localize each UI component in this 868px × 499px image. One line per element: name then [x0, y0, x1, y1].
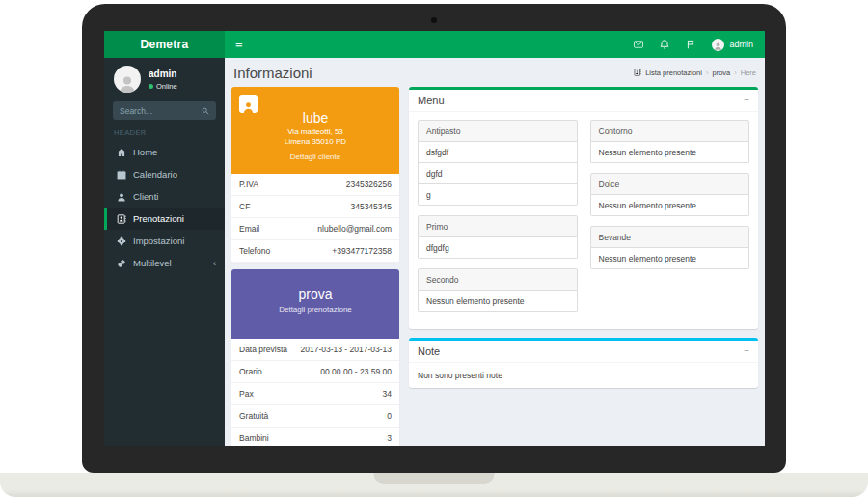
- row-value: 00.00.00 - 23.59.00: [320, 367, 392, 376]
- sidebar-item-impostazioni[interactable]: Impostazioni: [104, 230, 225, 252]
- booking-card-header: prova Dettagli prenotazione: [231, 269, 399, 339]
- row-value: 345345345: [350, 202, 392, 211]
- menu-box-title: Menu: [418, 95, 445, 106]
- menu-empty-text: Nessun elemento presente: [590, 248, 750, 269]
- row-label: P.IVA: [239, 180, 258, 189]
- messages-icon[interactable]: [634, 40, 643, 49]
- menu-group-dolce: DolceNessun elemento presente: [590, 173, 750, 216]
- client-details-link[interactable]: Dettagli cliente: [290, 152, 340, 161]
- sidebar-item-label: Calendario: [133, 169, 177, 180]
- laptop-base-notch: [374, 473, 495, 484]
- table-row: Orario00.00.00 - 23.59.00: [231, 361, 399, 383]
- menu-item[interactable]: dfgdfg: [418, 237, 578, 259]
- calendar-icon: [117, 170, 126, 180]
- menu-group-secondo: SecondoNessun elemento presente: [418, 268, 578, 312]
- webcam-dot: [431, 17, 437, 23]
- row-value: 2017-03-13 - 2017-03-13: [300, 345, 392, 354]
- menu-column-right: ContornoNessun elemento presenteDolceNes…: [590, 120, 750, 321]
- row-label: Pax: [239, 389, 254, 399]
- table-row: Gratuità0: [231, 405, 399, 428]
- table-row: Emailnlubello@gmail.com: [231, 218, 399, 240]
- address-card-icon: [239, 95, 258, 113]
- menu-group-header: Contorno: [590, 120, 750, 142]
- menu-group-antipasto: Antipastodsfgdfdgfdg: [418, 120, 578, 206]
- breadcrumb-item[interactable]: prova: [712, 69, 730, 77]
- row-value: 2345326256: [346, 180, 392, 189]
- home-icon: [117, 148, 126, 157]
- client-widget: lube Via matteotti, 53 Limena 35010 PD D…: [231, 87, 399, 263]
- sidebar-menu: HomeCalendarioClientiPrenotazioniImposta…: [104, 141, 225, 274]
- sidebar: admin Online HEADER HomeCalendarioClient…: [104, 58, 225, 446]
- sidebar-section-label: HEADER: [104, 120, 225, 141]
- flag-icon[interactable]: [686, 40, 695, 49]
- menu-empty-text: Nessun elemento presente: [590, 142, 750, 163]
- sidebar-item-label: Home: [133, 147, 157, 157]
- sidebar-item-calendario[interactable]: Calendario: [104, 163, 225, 185]
- collapse-minus-icon[interactable]: −: [744, 96, 749, 105]
- client-name: lube: [237, 110, 393, 125]
- row-label: Data prevista: [239, 345, 287, 354]
- sidebar-item-label: Prenotazioni: [133, 213, 184, 224]
- laptop-base: [0, 473, 868, 497]
- chevron-left-icon: ‹: [213, 259, 216, 268]
- online-status-dot: [149, 84, 153, 89]
- breadcrumb: Lista prenotazioni›prova›Here: [634, 69, 756, 77]
- main-content: Informazioni Lista prenotazioni›prova›He…: [225, 58, 765, 446]
- table-row: Bambini3: [231, 428, 399, 446]
- user-menu[interactable]: admin: [712, 39, 753, 51]
- sidebar-item-home[interactable]: Home: [104, 141, 225, 163]
- menu-group-primo: Primodfgdfg: [418, 215, 578, 259]
- breadcrumb-separator: ›: [734, 69, 737, 77]
- sidebar-toggle-icon[interactable]: ≡: [225, 31, 254, 58]
- booking-name: prova: [237, 287, 393, 302]
- breadcrumb-item[interactable]: Lista prenotazioni: [645, 69, 702, 77]
- sidebar-item-multilevel[interactable]: Multilevel‹: [104, 252, 225, 274]
- menu-box: Menu − AntipastodsfgdfdgfdgPrimodfgdfgSe…: [409, 87, 758, 329]
- menu-item[interactable]: g: [418, 184, 578, 206]
- user-menu-label: admin: [729, 40, 753, 49]
- link-icon: [117, 259, 126, 268]
- page-title: Informazioni: [233, 65, 312, 81]
- breadcrumb-separator: ›: [706, 69, 709, 77]
- client-address-line2: Limena 35010 PD: [285, 137, 346, 146]
- row-label: CF: [239, 202, 250, 211]
- booking-details-link[interactable]: Dettagli prenotazione: [279, 305, 352, 314]
- row-value: 34: [383, 389, 392, 399]
- search-icon[interactable]: [202, 107, 209, 115]
- menu-item[interactable]: dgfd: [418, 163, 578, 184]
- search-input[interactable]: [120, 106, 202, 116]
- row-value: 0: [387, 411, 392, 421]
- table-row: Data prevista2017-03-13 - 2017-03-13: [231, 339, 399, 361]
- notifications-bell-icon[interactable]: [660, 40, 669, 49]
- sidebar-item-label: Clienti: [133, 191, 158, 202]
- client-card-header: lube Via matteotti, 53 Limena 35010 PD D…: [231, 87, 399, 174]
- sidebar-user-name: admin: [149, 69, 177, 79]
- row-label: Telefono: [239, 246, 270, 256]
- menu-group-header: Antipasto: [418, 120, 578, 142]
- brand-logo[interactable]: Demetra: [104, 31, 225, 58]
- avatar: [114, 66, 141, 93]
- row-label: Email: [239, 224, 259, 234]
- menu-group-header: Secondo: [418, 268, 578, 291]
- row-label: Bambini: [239, 433, 269, 443]
- list-icon: [634, 69, 641, 76]
- laptop-bezel: Demetra ≡: [82, 4, 786, 473]
- sidebar-item-clienti[interactable]: Clienti: [104, 185, 225, 208]
- row-label: Orario: [239, 367, 262, 376]
- address-book-icon: [117, 214, 126, 224]
- gears-icon: [117, 236, 126, 246]
- table-row: Telefono+393477172358: [231, 240, 399, 263]
- menu-empty-text: Nessun elemento presente: [418, 291, 578, 312]
- menu-group-header: Primo: [418, 215, 578, 237]
- table-row: P.IVA2345326256: [231, 174, 399, 196]
- user-avatar: [712, 39, 724, 51]
- sidebar-user-status[interactable]: Online: [149, 82, 177, 91]
- client-info-table: P.IVA2345326256CF345345345Emailnlubello@…: [231, 174, 399, 263]
- table-row: Pax34: [231, 383, 399, 405]
- row-label: Gratuità: [239, 411, 268, 421]
- menu-item[interactable]: dsfgdf: [418, 142, 578, 163]
- row-value: +393477172358: [332, 246, 392, 256]
- sidebar-item-label: Multilevel: [133, 258, 172, 268]
- collapse-minus-icon[interactable]: −: [744, 347, 749, 356]
- sidebar-item-prenotazioni[interactable]: Prenotazioni: [104, 208, 225, 230]
